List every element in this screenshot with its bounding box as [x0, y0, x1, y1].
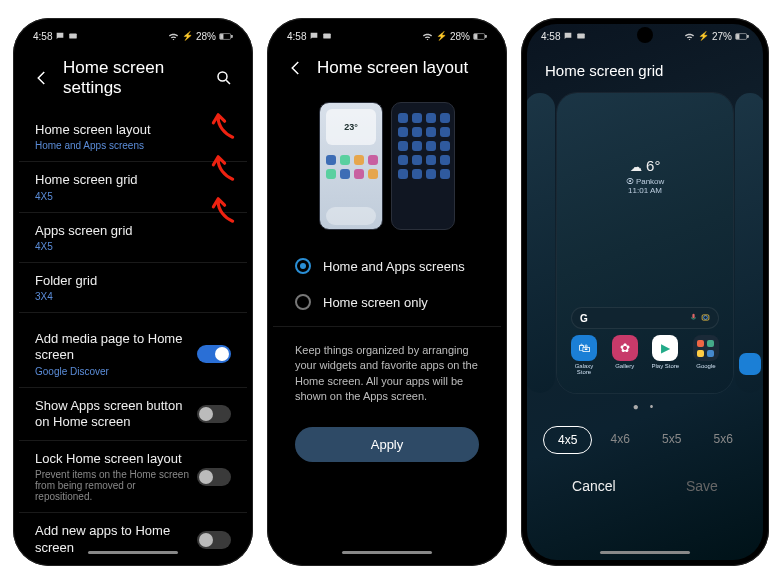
back-icon[interactable]: [287, 59, 305, 77]
svg-rect-5: [324, 34, 332, 39]
save-label: Save: [686, 478, 718, 494]
grid-option-5x5[interactable]: 5x5: [648, 426, 695, 454]
phone-layout-chooser: 4:58 ⚡ 28% Home screen layout 23°: [267, 18, 507, 566]
svg-rect-11: [736, 34, 739, 39]
row-show-apps-button[interactable]: Show Apps screen button on Home screen: [19, 388, 247, 442]
app-icon: ▶: [652, 335, 678, 361]
mini-phone-home: 23°: [319, 102, 383, 230]
mini-phone-apps: [391, 102, 455, 230]
toggle-show-apps-button[interactable]: [197, 405, 231, 423]
app-gallery[interactable]: ✿ Gallery: [610, 335, 640, 375]
apply-button[interactable]: Apply: [295, 427, 479, 462]
app-icon: 🛍: [571, 335, 597, 361]
app-label: Google: [691, 363, 721, 369]
svg-rect-0: [70, 34, 78, 39]
toggle-add-media-page[interactable]: [197, 345, 231, 363]
row-label: Lock Home screen layout: [35, 451, 189, 467]
status-battery: 28%: [196, 31, 216, 42]
card-icon: [322, 31, 332, 41]
nav-handle[interactable]: [88, 551, 178, 554]
back-icon[interactable]: [33, 69, 51, 87]
toggle-lock-layout[interactable]: [197, 468, 231, 486]
battery-icon: [473, 32, 487, 41]
row-sub: Google Discover: [35, 366, 189, 377]
status-battery: 27%: [712, 31, 732, 42]
battery-icon: [735, 32, 749, 41]
status-time: 4:58: [541, 31, 560, 42]
toggle-add-new-apps[interactable]: [197, 531, 231, 549]
weather-widget: ☁ 6° ⦿ Pankow 11:01 AM: [557, 157, 733, 195]
phone-grid-selector: 4:58 ⚡ 27% Home screen grid: [521, 18, 769, 566]
row-sub: Prevent items on the Home screen from be…: [35, 469, 189, 502]
radio-label: Home and Apps screens: [323, 259, 465, 274]
camera-hole: [640, 30, 650, 40]
page-title: Home screen layout: [317, 58, 487, 78]
radio-home-and-apps[interactable]: Home and Apps screens: [273, 248, 501, 284]
nav-handle[interactable]: [600, 551, 690, 554]
annotation-arrow-icon: [207, 194, 239, 226]
svg-rect-8: [485, 35, 486, 37]
option-label: 5x6: [714, 432, 733, 446]
row-label: Home screen grid: [35, 172, 231, 188]
cancel-button[interactable]: Cancel: [572, 478, 616, 494]
message-icon: [55, 31, 65, 41]
row-lock-layout[interactable]: Lock Home screen layout Prevent items on…: [19, 441, 247, 513]
grid-size-options: 4x5 4x6 5x5 5x6: [527, 412, 763, 460]
page-title: Home screen settings: [63, 58, 203, 98]
row-folder-grid[interactable]: Folder grid 3X4: [19, 263, 247, 313]
radio-icon[interactable]: [295, 294, 311, 310]
status-battery: 28%: [450, 31, 470, 42]
row-add-media-page[interactable]: Add media page to Home screen Google Dis…: [19, 321, 247, 388]
phone-settings: 4:58 ⚡ 28% Home screen settings: [13, 18, 253, 566]
message-icon: [563, 31, 573, 41]
app-label: Gallery: [610, 363, 640, 369]
google-search-bar[interactable]: G: [571, 307, 719, 329]
radio-label: Home screen only: [323, 295, 428, 310]
battery-icon: [219, 32, 233, 41]
svg-point-13: [704, 315, 708, 319]
status-time: 4:58: [287, 31, 306, 42]
row-label: Show Apps screen button on Home screen: [35, 398, 189, 431]
weather-location: ⦿ Pankow: [557, 177, 733, 186]
row-sub: 4X5: [35, 241, 231, 252]
grid-option-4x5[interactable]: 4x5: [543, 426, 592, 454]
camera-hole: [382, 30, 392, 40]
page-title: Home screen grid: [527, 48, 763, 87]
section-divider: [19, 313, 247, 321]
apply-label: Apply: [371, 437, 404, 452]
app-label: Play Store: [650, 363, 680, 369]
svg-rect-7: [474, 34, 477, 39]
grid-preview-area[interactable]: ☁ 6° ⦿ Pankow 11:01 AM G: [527, 87, 763, 397]
preview-neighbor-left[interactable]: [527, 93, 555, 393]
mic-lens-icons: [689, 313, 710, 324]
grid-option-4x6[interactable]: 4x6: [597, 426, 644, 454]
row-label: Home screen layout: [35, 122, 231, 138]
dock-apps: 🛍 Galaxy Store ✿ Gallery ▶ Play Store: [569, 335, 721, 375]
cancel-label: Cancel: [572, 478, 616, 494]
radio-home-only[interactable]: Home screen only: [273, 284, 501, 320]
app-play-store[interactable]: ▶ Play Store: [650, 335, 680, 375]
search-icon[interactable]: [215, 69, 233, 87]
preview-neighbor-right[interactable]: [735, 93, 763, 393]
page-indicator: ● •: [527, 401, 763, 412]
row-sub: 3X4: [35, 291, 231, 302]
radio-icon[interactable]: [295, 258, 311, 274]
option-label: 4x5: [558, 433, 577, 447]
save-button[interactable]: Save: [686, 478, 718, 494]
row-sub: Home and Apps screens: [35, 140, 231, 151]
wifi-icon: [168, 31, 179, 42]
status-time: 4:58: [33, 31, 52, 42]
svg-rect-3: [231, 35, 232, 37]
svg-point-4: [218, 72, 227, 81]
app-galaxy-store[interactable]: 🛍 Galaxy Store: [569, 335, 599, 375]
app-google-folder[interactable]: Google: [691, 335, 721, 375]
camera-hole: [128, 30, 138, 40]
layout-description: Keep things organized by arranging your …: [273, 327, 501, 417]
row-label: Add media page to Home screen: [35, 331, 189, 364]
folder-icon: [693, 335, 719, 361]
wifi-icon: [684, 31, 695, 42]
weather-icon: ☁: [630, 160, 642, 174]
grid-option-5x6[interactable]: 5x6: [700, 426, 747, 454]
svg-rect-9: [578, 34, 586, 39]
nav-handle[interactable]: [342, 551, 432, 554]
